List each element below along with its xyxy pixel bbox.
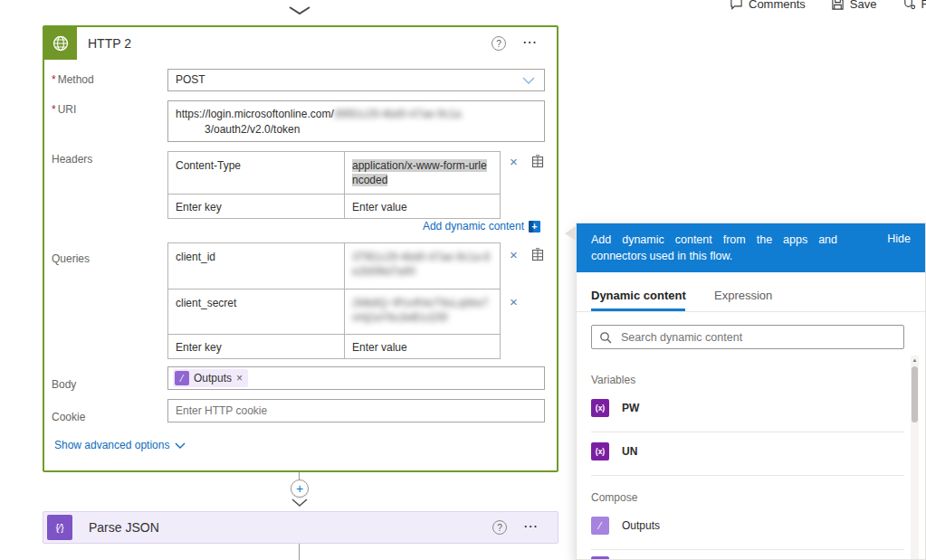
query-row-delete-button[interactable]: ×	[510, 294, 518, 309]
connector-arrow-icon	[291, 498, 308, 508]
body-input[interactable]: ⁄ Outputs ×	[167, 366, 545, 390]
comments-button[interactable]: Comments	[730, 0, 806, 11]
panel-scrollbar[interactable]: ▲	[911, 356, 919, 560]
query-key-cell[interactable]: client_id	[168, 243, 345, 289]
save-button[interactable]: Save	[831, 0, 877, 11]
method-label: *Method	[52, 73, 94, 86]
headers-label: Headers	[52, 153, 92, 166]
http-help-icon[interactable]: ?	[492, 36, 506, 51]
tabs-divider	[577, 311, 925, 312]
query-key-cell[interactable]: client_secret	[168, 289, 345, 334]
search-icon	[599, 331, 612, 344]
connector-line	[299, 544, 300, 560]
outputs-token-close-icon[interactable]: ×	[236, 372, 243, 384]
list-divider	[591, 549, 904, 550]
body-label: Body	[52, 378, 76, 391]
query-row: client_secret 2Mk8Q~fPzvR4xT9sLqWw7nHj2a…	[168, 289, 500, 334]
globe-icon	[52, 34, 70, 52]
partial-item-icon[interactable]	[591, 556, 609, 560]
header-row-delete-button[interactable]: ×	[510, 154, 518, 169]
queries-label: Queries	[52, 252, 90, 265]
http-menu-ellipsis-icon[interactable]: ⋯	[522, 33, 538, 51]
item-label: Outputs	[622, 519, 660, 532]
comment-icon	[730, 0, 743, 11]
panel-header: Add dynamic content from the apps and co…	[577, 223, 925, 272]
redacted-value: 2Mk8Q~fPzvR4xT9sLqWw7nHj2aY6u3eB1cD5f	[352, 297, 488, 324]
method-dropdown[interactable]: POST	[167, 69, 545, 91]
uri-redacted: 36f81c29-4bd0-47ae-9c1a	[334, 108, 462, 120]
plus-icon: +	[296, 482, 303, 495]
queries-switch-to-text-mode-icon[interactable]	[531, 248, 544, 261]
show-advanced-options-link[interactable]: Show advanced options	[54, 439, 186, 451]
insert-step-button[interactable]: +	[291, 479, 309, 498]
queries-table: client_id 3Tf81c29-4bd0-47ae-9c1a-8e2b5f…	[167, 242, 501, 359]
scrollbar-thumb[interactable]	[912, 366, 918, 422]
tab-dynamic-content[interactable]: Dynamic content	[591, 289, 686, 302]
compose-outputs-icon: ⁄	[591, 517, 609, 535]
http-action-card: HTTP 2 ? ⋯ *Method POST *URI https://log…	[43, 25, 558, 472]
parse-json-menu-ellipsis-icon[interactable]: ⋯	[523, 517, 539, 535]
query-placeholder-row: Enter key Enter value	[168, 334, 500, 358]
dynamic-content-item-pw[interactable]: (x) PW	[591, 399, 904, 417]
parse-json-icon: {⁄}	[47, 515, 72, 540]
add-dynamic-content-link[interactable]: Add dynamic content +	[303, 220, 540, 233]
method-value: POST	[176, 73, 205, 86]
tab-expression[interactable]: Expression	[714, 289, 772, 302]
query-value-placeholder[interactable]: Enter value	[345, 335, 500, 358]
connector-arrow-top-icon	[288, 5, 311, 16]
query-key-placeholder[interactable]: Enter key	[168, 335, 345, 358]
header-value-placeholder[interactable]: Enter value	[345, 195, 500, 218]
section-header-variables: Variables	[591, 374, 635, 386]
selected-text: application/x-www-form-urlencoded	[352, 159, 487, 186]
panel-header-text: Add dynamic content from the apps and co…	[591, 232, 837, 264]
header-key-cell[interactable]: Content-Type	[168, 152, 345, 194]
section-header-compose: Compose	[591, 491, 637, 504]
save-label: Save	[850, 0, 877, 11]
add-dynamic-content-label: Add dynamic content	[423, 220, 524, 233]
header-row: Content-Type application/x-www-form-urle…	[168, 152, 500, 194]
redacted-value: 3Tf81c29-4bd0-47ae-9c1a-8e2b5f6d7a90	[352, 251, 490, 278]
uri-line1: https://login.microsoftonline.com/36f81c…	[176, 107, 537, 122]
dynamic-content-item-un[interactable]: (x) UN	[591, 442, 904, 460]
parse-json-help-icon[interactable]: ?	[492, 520, 507, 535]
outputs-token-chip[interactable]: ⁄ Outputs ×	[173, 369, 248, 387]
variable-icon: (x)	[591, 399, 609, 417]
dynamic-content-item-outputs[interactable]: ⁄ Outputs	[591, 517, 904, 535]
query-value-cell[interactable]: 3Tf81c29-4bd0-47ae-9c1a-8e2b5f6d7a90	[345, 243, 500, 289]
uri-line2: 3/oauth2/v2.0/token	[205, 122, 537, 138]
headers-table: Content-Type application/x-www-form-urle…	[167, 151, 501, 219]
uri-input[interactable]: https://login.microsoftonline.com/36f81c…	[167, 100, 545, 142]
flow-checker-icon	[902, 0, 916, 11]
connector-line	[299, 472, 300, 479]
uri-label: *URI	[52, 103, 76, 116]
required-asterisk: *	[52, 103, 56, 116]
hide-button[interactable]: Hide	[887, 233, 911, 245]
query-row: client_id 3Tf81c29-4bd0-47ae-9c1a-8e2b5f…	[168, 243, 500, 289]
parse-json-card-title: Parse JSON	[89, 520, 159, 535]
http-card-header[interactable]: HTTP 2 ? ⋯	[44, 27, 557, 60]
headers-switch-to-text-mode-icon[interactable]	[531, 155, 544, 168]
parse-json-action-card[interactable]: {⁄} Parse JSON ? ⋯	[43, 511, 558, 544]
header-key-placeholder[interactable]: Enter key	[168, 195, 345, 218]
list-divider	[591, 432, 904, 432]
query-row-delete-button[interactable]: ×	[510, 247, 518, 262]
outputs-token-label: Outputs	[194, 372, 232, 384]
variable-icon: (x)	[591, 442, 609, 460]
cookie-label: Cookie	[52, 411, 85, 423]
scroll-up-arrow-icon[interactable]: ▲	[911, 356, 919, 365]
header-placeholder-row: Enter key Enter value	[168, 194, 500, 218]
cookie-input[interactable]	[167, 399, 545, 422]
query-value-cell[interactable]: 2Mk8Q~fPzvR4xT9sLqWw7nHj2aY6u3eB1cD5f	[345, 289, 500, 334]
outputs-token-icon: ⁄	[175, 371, 189, 385]
panel-callout-arrow-icon	[565, 226, 576, 241]
add-dynamic-content-icon: +	[529, 221, 540, 233]
flow-checker-button[interactable]: Flow	[902, 0, 926, 11]
header-value-cell[interactable]: application/x-www-form-urlencoded	[345, 152, 500, 194]
search-input[interactable]	[591, 325, 904, 349]
top-toolbar: Comments Save Flow	[730, 0, 926, 14]
flow-designer-canvas: Comments Save Flow	[0, 0, 926, 560]
uri-suffix: 3/oauth2/v2.0/token	[205, 123, 300, 136]
list-divider	[591, 475, 904, 476]
dynamic-content-panel: Add dynamic content from the apps and co…	[576, 223, 926, 560]
uri-prefix: https://login.microsoftonline.com/	[176, 108, 334, 120]
